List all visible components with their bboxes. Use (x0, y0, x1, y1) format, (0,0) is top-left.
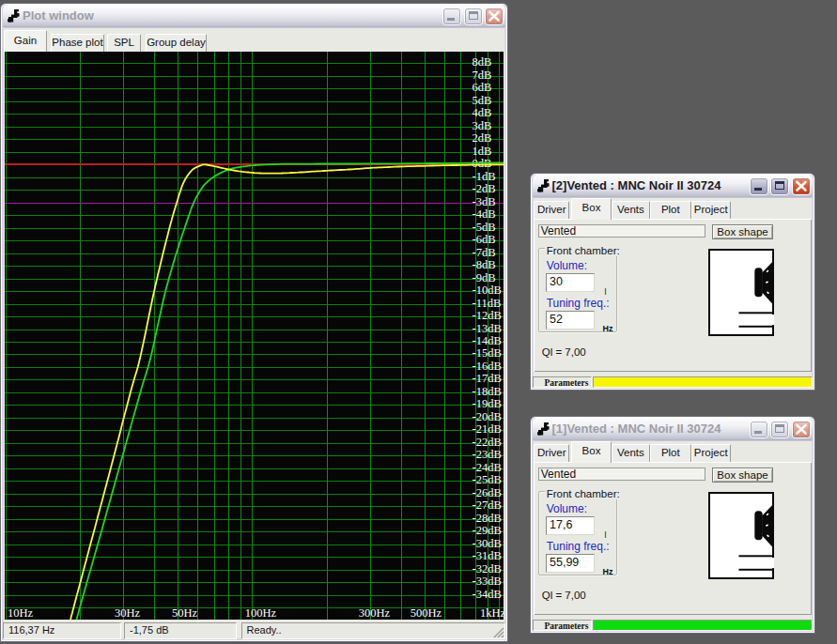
svg-text:-12dB: -12dB (473, 309, 502, 322)
svg-text:-28dB: -28dB (473, 512, 502, 525)
svg-text:-27dB: -27dB (473, 498, 502, 512)
svg-text:-31dB: -31dB (473, 549, 502, 562)
svg-text:30Hz: 30Hz (115, 606, 141, 620)
svg-text:-15dB: -15dB (473, 346, 502, 360)
svg-text:2dB: 2dB (473, 131, 492, 145)
svg-text:1kHz: 1kHz (480, 606, 504, 620)
svg-text:1dB: 1dB (473, 145, 492, 158)
svg-text:-11dB: -11dB (473, 297, 502, 310)
svg-text:-10dB: -10dB (473, 284, 502, 297)
svg-text:500Hz: 500Hz (411, 606, 442, 620)
svg-text:10Hz: 10Hz (8, 606, 34, 620)
svg-text:-8dB: -8dB (473, 258, 496, 271)
svg-text:-1dB: -1dB (473, 170, 496, 183)
svg-text:-19dB: -19dB (473, 397, 502, 410)
svg-text:-25dB: -25dB (473, 473, 502, 486)
svg-text:8dB: 8dB (473, 55, 492, 69)
svg-text:-26dB: -26dB (473, 486, 502, 499)
svg-text:100Hz: 100Hz (245, 606, 277, 620)
svg-text:-18dB: -18dB (473, 385, 502, 398)
svg-text:7dB: 7dB (473, 69, 492, 82)
svg-text:5dB: 5dB (473, 94, 492, 107)
svg-text:50Hz: 50Hz (172, 606, 198, 620)
svg-text:-30dB: -30dB (473, 537, 502, 550)
svg-text:-24dB: -24dB (473, 461, 502, 474)
svg-text:-14dB: -14dB (473, 334, 502, 347)
svg-text:-17dB: -17dB (473, 372, 502, 385)
svg-text:-16dB: -16dB (473, 360, 502, 373)
svg-text:-29dB: -29dB (473, 524, 502, 537)
svg-text:-7dB: -7dB (473, 246, 496, 259)
svg-text:-3dB: -3dB (473, 195, 496, 208)
svg-text:3dB: 3dB (473, 119, 492, 132)
svg-text:-13dB: -13dB (473, 322, 502, 335)
svg-text:-23dB: -23dB (473, 448, 502, 461)
svg-text:300Hz: 300Hz (359, 606, 391, 620)
svg-text:-20dB: -20dB (473, 410, 502, 423)
svg-text:6dB: 6dB (473, 81, 492, 94)
svg-text:-33dB: -33dB (473, 575, 502, 588)
svg-text:-22dB: -22dB (473, 436, 502, 449)
svg-text:-6dB: -6dB (473, 233, 496, 246)
svg-text:-21dB: -21dB (473, 422, 502, 436)
svg-text:4dB: 4dB (473, 106, 492, 119)
svg-text:-2dB: -2dB (473, 182, 496, 195)
svg-text:-4dB: -4dB (473, 207, 496, 221)
svg-text:-5dB: -5dB (473, 221, 496, 234)
svg-text:-34dB: -34dB (473, 588, 502, 601)
svg-text:-9dB: -9dB (473, 271, 496, 284)
svg-text:-32dB: -32dB (473, 562, 502, 575)
